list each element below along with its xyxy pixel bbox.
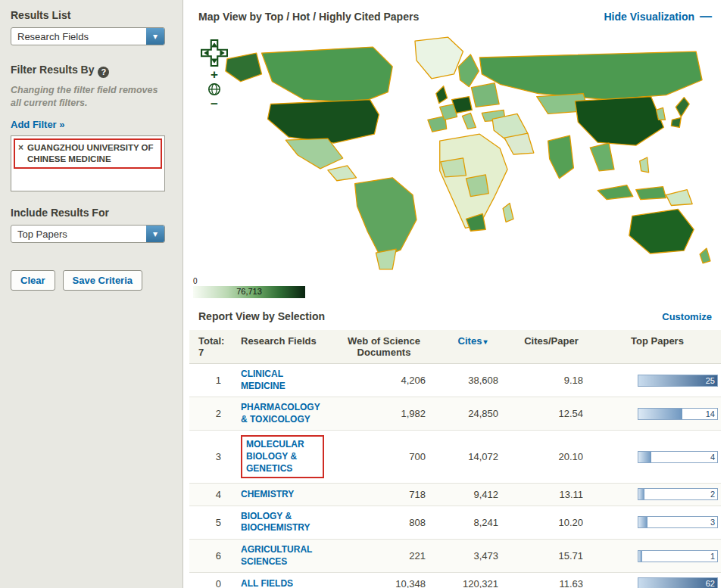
chevron-down-icon[interactable]: ▾	[146, 28, 164, 45]
report-header: Report View by Selection Customize	[183, 301, 727, 328]
table-row: 2 PHARMACOLOGY & TOXICOLOGY 1,982 24,850…	[189, 397, 721, 431]
top-papers-bar: 14	[638, 408, 718, 420]
column-header-cites-per-paper[interactable]: Cites/Paper	[509, 330, 594, 364]
remove-filter-icon[interactable]: ×	[18, 142, 23, 153]
top-papers-value: 4	[710, 453, 715, 462]
row-rank: 6	[189, 539, 233, 572]
table-row: 4 CHEMISTRY 718 9,412 13.11 2	[189, 484, 721, 506]
include-results-select[interactable]: Top Papers ▾	[11, 225, 165, 243]
report-view-title: Report View by Selection	[198, 310, 325, 322]
hide-visualization-link[interactable]: Hide Visualization —	[604, 11, 712, 23]
add-filter-link[interactable]: Add Filter »	[11, 119, 65, 130]
legend-min-label: 0	[193, 277, 305, 285]
filter-note: Changing the filter field removes all cu…	[11, 84, 162, 110]
zoom-out-button[interactable]: −	[211, 98, 218, 110]
filter-tag-label: GUANGZHOU UNIVERSITY OF CHINESE MEDICINE	[27, 142, 158, 165]
field-link-molecular-biology[interactable]: MOLECULAR BIOLOGY & GENETICS	[246, 439, 319, 474]
cites-per-paper-value: 9.18	[509, 364, 594, 397]
legend-max-label: 76,713	[236, 287, 262, 296]
top-papers-value: 62	[706, 579, 715, 588]
docs-value: 10,348	[332, 573, 436, 588]
top-papers-bar: 1	[638, 550, 718, 562]
table-row: 5 BIOLOGY & BIOCHEMISTRY 808 8,241 10.20…	[189, 506, 721, 539]
cites-per-paper-value: 11.63	[509, 573, 594, 588]
esi-app: Results List Research Fields ▾ Filter Re…	[0, 0, 727, 588]
cites-value: 8,241	[436, 506, 509, 539]
cites-per-paper-value: 13.11	[509, 484, 594, 506]
save-criteria-button[interactable]: Save Criteria	[63, 270, 143, 291]
top-papers-value: 2	[710, 490, 715, 499]
field-link-pharmacology[interactable]: PHARMACOLOGY & TOXICOLOGY	[241, 402, 324, 425]
bar-fill	[638, 409, 682, 419]
row-rank: 2	[189, 397, 233, 431]
row-rank: 3	[189, 431, 233, 484]
globe-icon[interactable]	[207, 82, 221, 96]
column-header-documents[interactable]: Web of Science Documents	[332, 330, 436, 364]
table-row: 6 AGRICULTURAL SCIENCES 221 3,473 15.71 …	[189, 539, 721, 572]
column-header-research-fields[interactable]: Research Fields	[233, 330, 332, 364]
report-table: Total: 7 Research Fields Web of Science …	[189, 330, 721, 588]
docs-value: 808	[332, 506, 436, 539]
zoom-in-button[interactable]: +	[211, 69, 218, 80]
row-rank: 0	[189, 573, 233, 588]
top-papers-value: 3	[710, 518, 715, 527]
field-link-chemistry[interactable]: CHEMISTRY	[241, 489, 294, 501]
cites-per-paper-value: 12.54	[509, 397, 594, 431]
cites-per-paper-value: 20.10	[509, 431, 594, 484]
docs-value: 1,982	[332, 397, 436, 431]
top-papers-value: 25	[706, 376, 715, 385]
top-papers-bar: 4	[638, 451, 718, 463]
help-icon[interactable]: ?	[98, 67, 109, 78]
pan-control[interactable]	[201, 39, 228, 67]
sort-caret-icon: ▾	[483, 338, 487, 346]
sidebar: Results List Research Fields ▾ Filter Re…	[0, 0, 183, 588]
results-list-heading: Results List	[11, 9, 172, 21]
field-link-biology-biochemistry[interactable]: BIOLOGY & BIOCHEMISTRY	[241, 511, 324, 534]
active-filters-box: × GUANGZHOU UNIVERSITY OF CHINESE MEDICI…	[11, 135, 165, 191]
top-papers-bar: 3	[638, 516, 718, 528]
minus-icon: —	[700, 13, 712, 20]
column-header-total: Total: 7	[189, 330, 233, 364]
column-header-top-papers[interactable]: Top Papers	[594, 330, 721, 364]
cites-value: 38,608	[436, 364, 509, 397]
results-list-select[interactable]: Research Fields ▾	[11, 27, 165, 45]
world-map[interactable]	[215, 33, 711, 277]
table-row: 3 MOLECULAR BIOLOGY & GENETICS 700 14,07…	[189, 431, 721, 484]
include-results-heading: Include Results For	[11, 207, 172, 219]
cites-value: 14,072	[436, 431, 509, 484]
column-header-cites[interactable]: Cites▾	[436, 330, 509, 364]
map-header: Map View by Top / Hot / Highly Cited Pap…	[183, 0, 727, 27]
top-papers-value: 1	[710, 552, 715, 561]
cites-per-paper-value: 10.20	[509, 506, 594, 539]
cites-value: 3,473	[436, 539, 509, 572]
top-papers-value: 14	[706, 409, 715, 418]
results-list-selected-value: Research Fields	[11, 28, 146, 45]
customize-link[interactable]: Customize	[662, 311, 712, 322]
field-link-all-fields[interactable]: ALL FIELDS	[241, 578, 293, 588]
main-panel: Map View by Top / Hot / Highly Cited Pap…	[183, 0, 727, 588]
table-row: 1 CLINICAL MEDICINE 4,206 38,608 9.18 25	[189, 364, 721, 397]
docs-value: 221	[332, 539, 436, 572]
cites-value: 120,321	[436, 573, 509, 588]
filter-by-heading: Filter Results By?	[11, 64, 172, 78]
map-legend: 0 76,713	[193, 277, 305, 298]
chevron-down-icon[interactable]: ▾	[146, 226, 164, 242]
annotation-highlight: MOLECULAR BIOLOGY & GENETICS	[241, 435, 324, 478]
filter-tag-annotated[interactable]: × GUANGZHOU UNIVERSITY OF CHINESE MEDICI…	[14, 138, 162, 169]
docs-value: 718	[332, 484, 436, 506]
bar-fill	[638, 517, 647, 527]
cites-value: 9,412	[436, 484, 509, 506]
top-papers-bar: 25	[638, 375, 718, 387]
field-link-clinical-medicine[interactable]: CLINICAL MEDICINE	[241, 369, 324, 392]
docs-value: 4,206	[332, 364, 436, 397]
top-papers-bar: 62	[638, 577, 718, 588]
row-rank: 5	[189, 506, 233, 539]
cites-per-paper-value: 15.71	[509, 539, 594, 572]
row-rank: 1	[189, 364, 233, 397]
field-link-agricultural-sciences[interactable]: AGRICULTURAL SCIENCES	[241, 544, 324, 568]
clear-button[interactable]: Clear	[11, 270, 55, 291]
bar-fill	[638, 551, 642, 562]
map-area: + −	[183, 27, 727, 301]
bar-fill	[638, 489, 644, 499]
row-rank: 4	[189, 484, 233, 506]
